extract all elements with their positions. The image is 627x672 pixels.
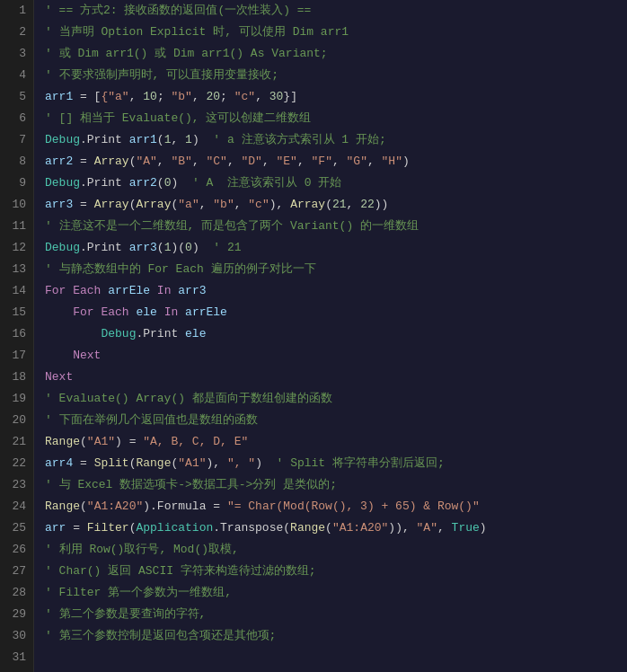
code-line: Range("A1:A20").Formula = "= Char(Mod(Ro… xyxy=(45,496,627,517)
number-token: 1 xyxy=(185,133,192,146)
function-token: Array xyxy=(136,198,171,211)
line-number: 6 xyxy=(7,108,26,129)
plain-token: = xyxy=(66,521,86,535)
code-line: Debug.Print ele xyxy=(45,323,627,345)
line-number: 3 xyxy=(7,43,26,65)
plain-token: )) xyxy=(375,198,389,211)
plain-token: .Print xyxy=(136,327,185,340)
line-number: 25 xyxy=(7,517,26,539)
code-line: ' 当声明 Option Explicit 时, 可以使用 Dim arr1 xyxy=(45,22,627,43)
builtin-token: Debug xyxy=(101,327,136,340)
line-number: 7 xyxy=(7,129,26,151)
variable-token: arr2 xyxy=(45,155,73,168)
string-token: "A1" xyxy=(178,456,206,470)
plain-token: .Print xyxy=(80,133,129,146)
function-token: Array xyxy=(290,198,325,211)
comment-token: ' 下面在举例几个返回值也是数组的函数 xyxy=(45,413,258,427)
line-number: 4 xyxy=(7,65,26,86)
plain-token: , xyxy=(234,198,249,211)
line-number: 15 xyxy=(7,302,26,323)
line-number: 12 xyxy=(7,237,26,259)
code-line: Debug.Print arr3(1)(0) ' 21 xyxy=(45,237,627,259)
comment-token: ' == 方式2: 接收函数的返回值(一次性装入) == xyxy=(45,4,311,17)
string-token: "A" xyxy=(136,155,156,168)
string-token: "c" xyxy=(248,198,269,211)
line-number: 5 xyxy=(7,86,26,108)
line-number: 18 xyxy=(7,367,26,388)
comment-token: ' [] 相当于 Evaluate(), 这可以创建二维数组 xyxy=(45,111,311,125)
plain-token: , xyxy=(437,521,452,535)
builtin-token: True xyxy=(452,521,480,535)
variable-token: arr3 xyxy=(178,284,206,297)
string-token: "b" xyxy=(213,198,234,211)
plain-token: ) xyxy=(192,241,213,254)
comment-token: ' 注意这不是一个二维数组, 而是包含了两个 Variant() 的一维数组 xyxy=(45,219,419,233)
plain-token: , xyxy=(227,155,242,168)
plain-token: ) xyxy=(171,176,191,190)
string-token: "A" xyxy=(417,521,437,535)
comment-token: ' Filter 第一个参数为一维数组, xyxy=(45,586,232,599)
plain-token xyxy=(45,305,73,319)
comment-token: ' 当声明 Option Explicit 时, 可以使用 Dim arr1 xyxy=(45,25,349,39)
plain-token: , xyxy=(262,155,277,168)
plain-token xyxy=(45,349,73,362)
line-number: 14 xyxy=(7,280,26,302)
plain-token: ; xyxy=(220,90,234,103)
plain-token: ) xyxy=(480,521,487,535)
plain-token: ).Formula = xyxy=(143,500,227,513)
line-number-gutter: 1234567891011121314151617181920212223242… xyxy=(0,0,34,672)
number-token: 0 xyxy=(185,241,192,254)
plain-token xyxy=(45,327,101,340)
plain-token: , xyxy=(129,90,144,103)
code-line: ' 与静态数组中的 For Each 遍历的例子对比一下 xyxy=(45,259,627,280)
plain-token: , xyxy=(367,155,382,168)
plain-token: ), xyxy=(207,456,227,470)
line-number: 23 xyxy=(7,474,26,496)
number-token: 21 xyxy=(332,198,347,211)
code-line: ' 不要求强制声明时, 可以直接用变量接收; xyxy=(45,65,627,86)
code-editor: 1234567891011121314151617181920212223242… xyxy=(0,0,627,672)
code-line: ' Filter 第一个参数为一维数组, xyxy=(45,582,627,604)
number-token: 10 xyxy=(143,90,157,103)
line-number: 20 xyxy=(7,410,26,431)
plain-token: ( xyxy=(157,133,164,146)
function-token: Split xyxy=(94,456,129,470)
function-token: Array xyxy=(94,198,129,211)
line-number: 24 xyxy=(7,496,26,517)
line-number: 11 xyxy=(7,216,26,237)
plain-token: ( xyxy=(80,500,87,513)
variable-token: arrEle xyxy=(108,284,150,297)
code-line: For Each ele In arrEle xyxy=(45,302,627,323)
keyword-token: Next xyxy=(45,370,73,384)
plain-token: ; xyxy=(157,90,172,103)
variable-token: ele xyxy=(185,327,206,340)
code-line: ' 或 Dim arr1() 或 Dim arr1() As Variant; xyxy=(45,43,627,65)
plain-token: ) xyxy=(255,456,276,470)
comment-token: ' 与 Excel 数据选项卡->数据工具->分列 是类似的; xyxy=(45,478,337,491)
plain-token: ( xyxy=(80,435,87,448)
builtin-token: Debug xyxy=(45,241,80,254)
line-number: 17 xyxy=(7,345,26,367)
plain-token: ( xyxy=(325,198,332,211)
code-line: ' Char() 返回 ASCII 字符来构造待过滤的数组; xyxy=(45,561,627,582)
plain-token: , xyxy=(332,155,347,168)
code-area: ' == 方式2: 接收函数的返回值(一次性装入) ==' 当声明 Option… xyxy=(34,0,627,672)
number-token: 30 xyxy=(269,90,284,103)
plain-token: )( xyxy=(171,241,185,254)
comment-token: ' Char() 返回 ASCII 字符来构造待过滤的数组; xyxy=(45,564,316,578)
string-token: "C" xyxy=(206,155,226,168)
code-line: Range("A1") = "A, B, C, D, E" xyxy=(45,431,627,453)
plain-token: , xyxy=(297,155,312,168)
comment-token: ' 利用 Row()取行号, Mod()取模, xyxy=(45,543,239,556)
plain-token: ( xyxy=(157,176,164,190)
string-token: "H" xyxy=(382,155,402,168)
code-line: arr = Filter(Application.Transpose(Range… xyxy=(45,517,627,539)
string-token: "D" xyxy=(242,155,262,168)
plain-token: .Print xyxy=(80,241,129,254)
code-line: arr3 = Array(Array("a", "b", "c"), Array… xyxy=(45,194,627,216)
builtin-token: Application xyxy=(136,521,213,535)
builtin-token: Debug xyxy=(45,176,80,190)
comment-token: ' a 注意该方式索引从 1 开始; xyxy=(213,133,385,146)
code-line: ' 第三个参数控制是返回包含项还是其他项; xyxy=(45,625,627,647)
plain-token: .Transpose( xyxy=(213,521,290,535)
